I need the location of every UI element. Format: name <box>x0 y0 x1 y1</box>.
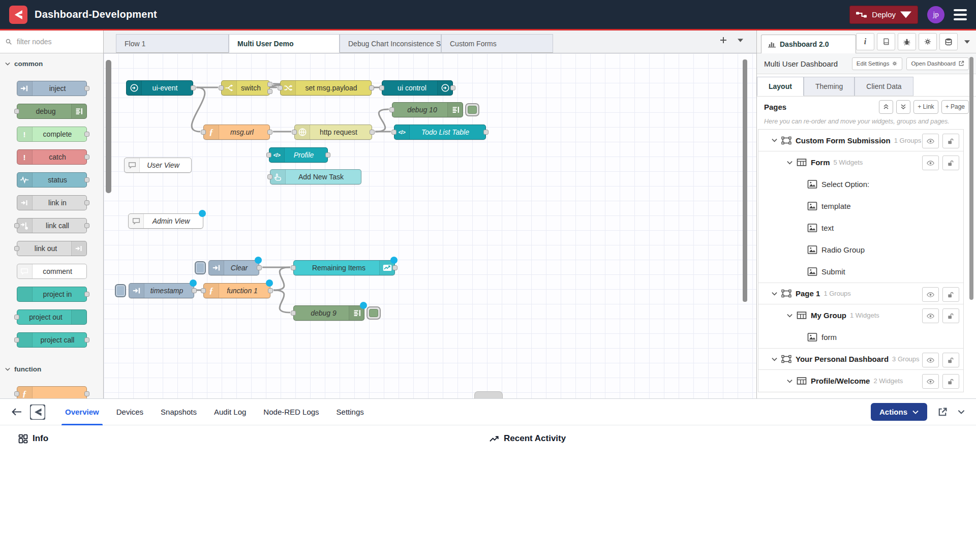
palette-node-node[interactable]: ƒ <box>17 386 87 398</box>
flow-node-timestamp[interactable]: timestamp <box>129 283 194 298</box>
canvas-resize-handle[interactable] <box>474 391 503 398</box>
tree-item-form[interactable]: form <box>758 326 963 348</box>
instance-tab-overview[interactable]: Overview <box>56 399 108 425</box>
palette-node-debug[interactable]: debug <box>17 104 87 119</box>
deploy-button[interactable]: Deploy <box>849 6 918 24</box>
node-output-port[interactable] <box>84 200 89 205</box>
flow-tab-custom-forms[interactable]: Custom Forms <box>441 34 553 53</box>
node-input-port[interactable] <box>201 288 206 293</box>
chevron-down-icon[interactable] <box>787 161 792 165</box>
tree-item-select-option[interactable]: Select Option: <box>758 173 963 195</box>
palette-node-comment[interactable]: comment <box>17 264 87 279</box>
node-input-port[interactable] <box>291 310 296 316</box>
flowfuse-logo-icon[interactable] <box>9 6 27 24</box>
lock-toggle-button[interactable] <box>942 287 959 302</box>
node-output-port[interactable] <box>84 177 89 182</box>
open-dashboard-button[interactable]: Open Dashboard <box>906 57 969 70</box>
node-output-port[interactable] <box>192 288 197 293</box>
flow-node-http-request[interactable]: http request <box>294 125 372 140</box>
flow-list-caret-icon[interactable] <box>738 39 743 42</box>
flow-wire[interactable] <box>375 109 389 132</box>
node-output-port[interactable] <box>84 391 89 396</box>
palette-node-status[interactable]: status <box>17 172 87 188</box>
tree-item-your-personal-dashboard[interactable]: Your Personal Dashboard3 Groups <box>758 348 963 370</box>
flow-node-set-msg-payload[interactable]: set msg.payload <box>280 80 372 96</box>
flow-node-admin-view[interactable]: Admin View <box>128 213 203 229</box>
flow-tab-debug-chart-inconsistence-s[interactable]: Debug Chart Inconsistence S <box>340 34 441 53</box>
search-input[interactable] <box>16 37 94 46</box>
flow-node-profile[interactable]: </>Profile <box>269 147 328 163</box>
flow-node-function-1[interactable]: ƒfunction 1 <box>203 283 270 298</box>
lock-toggle-button[interactable] <box>942 155 959 170</box>
node-input-port[interactable] <box>14 391 19 396</box>
node-output-port[interactable] <box>267 130 272 135</box>
sidebar-tab-theming[interactable]: Theming <box>804 77 855 96</box>
canvas-scrollbar[interactable] <box>743 59 747 302</box>
instance-tab-devices[interactable]: Devices <box>108 399 152 425</box>
node-output-port[interactable] <box>84 223 89 228</box>
flow-node-msg-url[interactable]: ƒmsg.url <box>203 125 270 140</box>
node-output-port[interactable] <box>268 288 273 293</box>
flow-canvas[interactable]: ui-eventswitchset msg.payloadui controld… <box>104 53 756 398</box>
flow-node-add-new-task[interactable]: Add New Task <box>270 169 361 184</box>
lock-toggle-button[interactable] <box>942 374 959 389</box>
edit-settings-button[interactable]: Edit Settings <box>852 57 903 70</box>
context-tab-button[interactable] <box>939 33 958 50</box>
tree-item-radio-group[interactable]: Radio Group <box>758 239 963 261</box>
node-output-port[interactable] <box>191 85 196 90</box>
node-input-port[interactable] <box>379 85 384 90</box>
lock-toggle-button[interactable] <box>942 134 959 148</box>
node-output-port[interactable] <box>325 152 330 158</box>
chevron-down-icon[interactable] <box>772 292 777 296</box>
visibility-toggle-button[interactable] <box>922 287 939 302</box>
node-input-port[interactable] <box>14 109 19 114</box>
palette-node-project-in[interactable]: project in <box>17 287 87 302</box>
node-input-port[interactable] <box>291 265 296 270</box>
node-output-port[interactable] <box>369 85 374 90</box>
chevron-down-icon[interactable] <box>787 314 792 318</box>
info-tab-button[interactable]: i <box>856 33 874 50</box>
lock-toggle-button[interactable] <box>942 308 959 323</box>
flow-node-ui-control[interactable]: ui control <box>382 80 453 96</box>
debug-toggle-button[interactable] <box>367 306 381 320</box>
help-tab-button[interactable] <box>877 33 895 50</box>
open-editor-icon[interactable] <box>937 407 948 417</box>
palette-section-header[interactable]: common <box>0 53 103 73</box>
tree-item-form[interactable]: Form5 Widgets <box>758 151 963 173</box>
flow-wire[interactable] <box>273 267 290 290</box>
back-arrow-icon[interactable] <box>11 408 22 416</box>
palette-node-complete[interactable]: !complete <box>17 127 87 142</box>
flow-wire[interactable] <box>192 87 205 132</box>
node-output-port[interactable] <box>84 86 89 91</box>
node-input-port[interactable] <box>389 107 394 112</box>
node-input-port[interactable] <box>201 130 206 135</box>
palette-section-header[interactable]: function <box>0 359 103 379</box>
sidebar-tab-dashboard[interactable]: Dashboard 2.0 <box>761 35 856 53</box>
palette-scrollbar[interactable] <box>106 60 111 193</box>
sidebar-tab-client-data[interactable]: Client Data <box>855 77 913 96</box>
hamburger-menu-icon[interactable] <box>954 9 967 20</box>
tree-item-text[interactable]: text <box>758 217 963 239</box>
config-tab-button[interactable] <box>919 33 937 50</box>
deploy-caret-icon[interactable] <box>900 11 911 19</box>
tree-item-my-group[interactable]: My Group1 Widgets <box>758 304 963 326</box>
flowfuse-gray-logo-icon[interactable] <box>30 405 45 420</box>
node-input-port[interactable] <box>278 85 283 90</box>
collapse-all-button[interactable] <box>879 100 893 114</box>
flow-node-remaining-items[interactable]: Remaining Items <box>293 260 395 275</box>
flow-node-debug-10[interactable]: debug 10 <box>392 102 463 117</box>
instance-tab-settings[interactable]: Settings <box>328 399 373 425</box>
flow-tab-flow-1[interactable]: Flow 1 <box>116 34 229 53</box>
actions-button[interactable]: Actions <box>871 403 927 421</box>
node-output-port[interactable] <box>483 130 489 135</box>
flow-node-debug-9[interactable]: debug 9 <box>293 305 364 321</box>
palette-node-link-call[interactable]: link call <box>17 218 87 233</box>
flow-node-todo-list-table[interactable]: </>Todo List Table <box>394 125 486 140</box>
expand-all-button[interactable] <box>896 100 910 114</box>
instance-tab-audit-log[interactable]: Audit Log <box>205 399 255 425</box>
node-input-port[interactable] <box>14 315 19 320</box>
chevron-down-icon[interactable] <box>772 138 777 142</box>
node-input-port[interactable] <box>391 130 396 135</box>
node-input-port[interactable] <box>292 130 297 135</box>
node-input-port[interactable] <box>14 337 19 343</box>
